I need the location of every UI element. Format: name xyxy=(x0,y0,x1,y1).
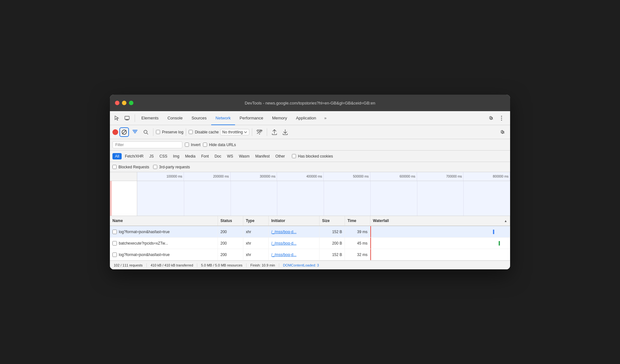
blocked-requests-checkbox[interactable] xyxy=(112,165,117,169)
table-row[interactable]: batchexecute?rpcids=xZTw... 200 xhr /_/m… xyxy=(110,238,510,249)
hide-data-urls-checkbox[interactable] xyxy=(203,143,207,147)
has-blocked-cookies-checkbox[interactable] xyxy=(292,154,296,158)
tab-application[interactable]: Application xyxy=(292,111,321,125)
th-waterfall[interactable]: Waterfall ▲ xyxy=(370,216,510,226)
td-waterfall-2 xyxy=(370,238,510,249)
tab-console[interactable]: Console xyxy=(163,111,187,125)
th-size[interactable]: Size xyxy=(320,216,345,226)
throttle-label: No throttling xyxy=(222,130,243,134)
timeline-mark-4: 400000 ms xyxy=(277,172,324,181)
timeline-name-column xyxy=(110,172,137,181)
third-party-label[interactable]: 3rd-party requests xyxy=(153,165,190,169)
th-time[interactable]: Time xyxy=(345,216,370,226)
th-type[interactable]: Type xyxy=(243,216,269,226)
invert-checkbox-label[interactable]: Invert xyxy=(185,143,200,147)
timeline-grid-4 xyxy=(324,181,324,216)
hide-data-urls-checkbox-label[interactable]: Hide data URLs xyxy=(203,143,236,147)
filter-input[interactable] xyxy=(112,141,182,148)
td-time-3: 32 ms xyxy=(345,249,370,260)
type-filter-font[interactable]: Font xyxy=(199,153,211,159)
svg-point-3 xyxy=(501,118,502,118)
toolbar-divider-1 xyxy=(135,114,135,122)
td-initiator-2[interactable]: /_/mss/boq-d... xyxy=(269,238,320,249)
footer-transferred: 410 kB / 410 kB transferred xyxy=(147,263,197,267)
blocked-requests-label[interactable]: Blocked Requests xyxy=(112,165,149,169)
search-button[interactable] xyxy=(141,127,151,137)
footer-dom-content-loaded: DOMContentLoaded: 3 xyxy=(279,263,319,267)
th-waterfall-label: Waterfall xyxy=(373,219,389,223)
timeline-grid-6 xyxy=(417,181,417,216)
preserve-log-checkbox[interactable] xyxy=(156,130,160,134)
wf-blue-bar-1 xyxy=(493,230,494,234)
record-button[interactable] xyxy=(112,129,118,135)
maximize-button[interactable] xyxy=(129,101,133,105)
type-filter-css[interactable]: CSS xyxy=(157,153,170,159)
timeline-graph[interactable] xyxy=(137,181,510,216)
td-size-3: 152 B xyxy=(320,249,345,260)
timeline-mark-6: 600000 ms xyxy=(370,172,417,181)
tab-performance[interactable]: Performance xyxy=(235,111,267,125)
type-filter-fetch-xhr[interactable]: Fetch/XHR xyxy=(122,153,146,159)
traffic-lights xyxy=(115,101,133,105)
type-filter-manifest[interactable]: Manifest xyxy=(253,153,272,159)
toolbar-right-icons xyxy=(487,113,506,123)
td-type-3: xhr xyxy=(243,249,269,260)
td-initiator-3[interactable]: /_/mss/boq-d... xyxy=(269,249,320,260)
row-checkbox-2[interactable] xyxy=(112,241,117,246)
table-row[interactable]: log?format=json&hasfast=true 200 xhr /_/… xyxy=(110,249,510,260)
import-har-button[interactable] xyxy=(270,127,279,137)
has-blocked-cookies-label[interactable]: Has blocked cookies xyxy=(292,154,333,158)
type-filter-doc[interactable]: Doc xyxy=(212,153,224,159)
tab-network[interactable]: Network xyxy=(211,111,235,125)
nt-divider-4 xyxy=(267,128,267,136)
type-filter-img[interactable]: Img xyxy=(171,153,182,159)
tab-sources[interactable]: Sources xyxy=(187,111,211,125)
th-name[interactable]: Name xyxy=(110,216,218,226)
type-filter-wasm[interactable]: Wasm xyxy=(236,153,252,159)
blocked-requests-text: Blocked Requests xyxy=(118,165,149,169)
td-status-2: 200 xyxy=(218,238,243,249)
sort-arrow-icon: ▲ xyxy=(504,219,507,223)
toggle-device-icon[interactable] xyxy=(123,114,131,123)
inspect-element-icon[interactable] xyxy=(112,114,121,123)
settings-button[interactable] xyxy=(487,113,496,123)
more-tabs-button[interactable]: » xyxy=(320,113,330,123)
third-party-text: 3rd-party requests xyxy=(159,165,190,169)
network-conditions-button[interactable] xyxy=(255,127,264,137)
preserve-log-checkbox-label[interactable]: Preserve log xyxy=(156,130,183,134)
clear-button[interactable] xyxy=(119,127,129,137)
row-checkbox-1[interactable] xyxy=(112,230,117,234)
row-name-2: batchexecute?rpcids=xZTw... xyxy=(119,241,168,246)
type-filter-js[interactable]: JS xyxy=(147,153,156,159)
minimize-button[interactable] xyxy=(122,101,126,105)
invert-checkbox[interactable] xyxy=(185,143,189,147)
more-options-button[interactable] xyxy=(497,113,506,123)
close-button[interactable] xyxy=(115,101,119,105)
footer-requests: 102 / 111 requests xyxy=(114,263,147,267)
td-initiator-1[interactable]: /_/mss/boq-d... xyxy=(269,226,320,237)
tab-elements[interactable]: Elements xyxy=(137,111,163,125)
table-row[interactable]: log?format=json&hasfast=true 200 xhr /_/… xyxy=(110,226,510,238)
timeline-body xyxy=(110,181,510,216)
row-checkbox-3[interactable] xyxy=(112,253,117,257)
third-party-checkbox[interactable] xyxy=(153,165,157,169)
type-filter-other[interactable]: Other xyxy=(273,153,287,159)
network-settings-button[interactable] xyxy=(498,127,508,137)
chevron-down-icon xyxy=(244,131,247,133)
disable-cache-checkbox-label[interactable]: Disable cache xyxy=(189,130,219,134)
th-status[interactable]: Status xyxy=(218,216,243,226)
svg-rect-1 xyxy=(126,119,128,120)
throttle-select[interactable]: No throttling xyxy=(220,129,250,135)
export-har-button[interactable] xyxy=(280,127,290,137)
filter-button[interactable] xyxy=(130,127,140,137)
type-filter-ws[interactable]: WS xyxy=(225,153,236,159)
td-name-2: batchexecute?rpcids=xZTw... xyxy=(110,238,218,249)
td-time-1: 39 ms xyxy=(345,226,370,237)
invert-label: Invert xyxy=(191,143,200,147)
tab-memory[interactable]: Memory xyxy=(268,111,292,125)
timeline-red-bar xyxy=(110,181,112,216)
type-filter-all[interactable]: All xyxy=(112,153,122,159)
disable-cache-checkbox[interactable] xyxy=(189,130,193,134)
th-initiator[interactable]: Initiator xyxy=(269,216,320,226)
type-filter-media[interactable]: Media xyxy=(183,153,198,159)
